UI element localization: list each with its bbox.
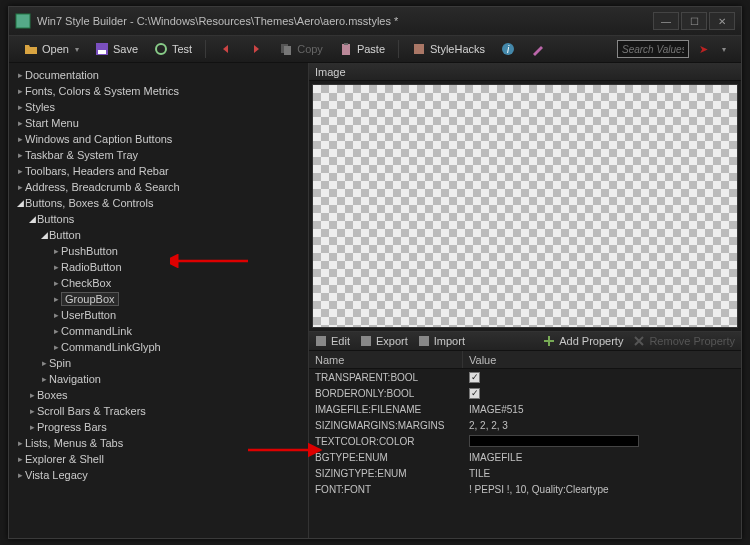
search-input[interactable] <box>617 40 689 58</box>
chevron-right-icon[interactable]: ▸ <box>27 406 37 416</box>
redo-button[interactable] <box>242 39 270 59</box>
chevron-right-icon[interactable]: ▸ <box>15 86 25 96</box>
help-button[interactable]: i <box>494 39 522 59</box>
property-grid[interactable]: TRANSPARENT:BOOL✓BORDERONLY:BOOL✓IMAGEFI… <box>309 369 741 538</box>
checkbox-icon[interactable]: ✓ <box>469 388 480 399</box>
tree-item[interactable]: ▸UserButton <box>9 307 308 323</box>
open-button[interactable]: Open▾ <box>17 39 86 59</box>
import-button[interactable]: Import <box>418 335 465 347</box>
tree-item[interactable]: ▸Windows and Caption Buttons <box>9 131 308 147</box>
undo-button[interactable] <box>212 39 240 59</box>
titlebar[interactable]: Win7 Style Builder - C:\Windows\Resource… <box>9 7 741 35</box>
chevron-down-icon[interactable]: ◢ <box>39 230 49 240</box>
tree-item[interactable]: ◢Button <box>9 227 308 243</box>
tree-item[interactable]: ▸Lists, Menus & Tabs <box>9 435 308 451</box>
property-row[interactable]: IMAGEFILE:FILENAMEIMAGE#515 <box>309 401 741 417</box>
property-row[interactable]: BGTYPE:ENUMIMAGEFILE <box>309 449 741 465</box>
chevron-right-icon[interactable]: ▸ <box>51 262 61 272</box>
tree-item[interactable]: ▸GroupBox <box>9 291 308 307</box>
col-value[interactable]: Value <box>463 351 741 368</box>
tree-item[interactable]: ▸Navigation <box>9 371 308 387</box>
chevron-right-icon[interactable]: ▸ <box>39 374 49 384</box>
tree-item[interactable]: ▸Vista Legacy <box>9 467 308 483</box>
svg-rect-8 <box>414 44 424 54</box>
chevron-right-icon[interactable]: ▸ <box>15 150 25 160</box>
save-button[interactable]: Save <box>88 39 145 59</box>
search-go-button[interactable]: ➤ <box>695 41 711 57</box>
property-value[interactable]: IMAGE#515 <box>463 401 741 417</box>
chevron-right-icon[interactable]: ▸ <box>15 470 25 480</box>
tree-item[interactable]: ▸Progress Bars <box>9 419 308 435</box>
chevron-right-icon[interactable]: ▸ <box>15 102 25 112</box>
chevron-right-icon[interactable]: ▸ <box>27 390 37 400</box>
tree-item[interactable]: ▸Boxes <box>9 387 308 403</box>
tree-item[interactable]: ▸CommandLinkGlyph <box>9 339 308 355</box>
chevron-right-icon[interactable]: ▸ <box>15 438 25 448</box>
edit-button[interactable]: Edit <box>315 335 350 347</box>
property-value[interactable]: ✓ <box>463 385 741 401</box>
wand-button[interactable] <box>524 39 552 59</box>
tree-item[interactable]: ▸Styles <box>9 99 308 115</box>
chevron-right-icon[interactable]: ▸ <box>27 422 37 432</box>
property-value[interactable] <box>463 433 741 449</box>
export-button[interactable]: Export <box>360 335 408 347</box>
tree-item[interactable]: ▸CommandLink <box>9 323 308 339</box>
search-options-button[interactable]: ▾ <box>713 42 733 57</box>
tree-item[interactable]: ▸Documentation <box>9 67 308 83</box>
col-name[interactable]: Name <box>309 351 463 368</box>
color-swatch[interactable] <box>469 435 639 447</box>
image-preview[interactable] <box>312 84 738 328</box>
property-row[interactable]: TRANSPARENT:BOOL✓ <box>309 369 741 385</box>
tree-item[interactable]: ▸Start Menu <box>9 115 308 131</box>
remove-property-button[interactable]: Remove Property <box>633 335 735 347</box>
test-button[interactable]: Test <box>147 39 199 59</box>
property-row[interactable]: SIZINGMARGINS:MARGINS2, 2, 2, 3 <box>309 417 741 433</box>
nav-tree[interactable]: ▸Documentation▸Fonts, Colors & System Me… <box>9 67 308 483</box>
tree-item[interactable]: ▸RadioButton <box>9 259 308 275</box>
tree-item[interactable]: ◢Buttons, Boxes & Controls <box>9 195 308 211</box>
tree-item[interactable]: ▸Spin <box>9 355 308 371</box>
chevron-right-icon[interactable]: ▸ <box>51 326 61 336</box>
tree-item[interactable]: ▸Scroll Bars & Trackers <box>9 403 308 419</box>
paste-button[interactable]: Paste <box>332 39 392 59</box>
tree-item[interactable]: ▸PushButton <box>9 243 308 259</box>
close-button[interactable]: ✕ <box>709 12 735 30</box>
chevron-right-icon[interactable]: ▸ <box>51 246 61 256</box>
property-value[interactable]: IMAGEFILE <box>463 449 741 465</box>
property-value[interactable]: TILE <box>463 465 741 481</box>
tree-item[interactable]: ▸Toolbars, Headers and Rebar <box>9 163 308 179</box>
checkbox-icon[interactable]: ✓ <box>469 372 480 383</box>
chevron-right-icon[interactable]: ▸ <box>39 358 49 368</box>
minimize-button[interactable]: — <box>653 12 679 30</box>
chevron-right-icon[interactable]: ▸ <box>15 70 25 80</box>
add-property-button[interactable]: Add Property <box>543 335 623 347</box>
chevron-right-icon[interactable]: ▸ <box>15 118 25 128</box>
chevron-right-icon[interactable]: ▸ <box>15 166 25 176</box>
chevron-right-icon[interactable]: ▸ <box>51 294 61 304</box>
property-row[interactable]: TEXTCOLOR:COLOR <box>309 433 741 449</box>
tree-item[interactable]: ▸CheckBox <box>9 275 308 291</box>
property-row[interactable]: SIZINGTYPE:ENUMTILE <box>309 465 741 481</box>
chevron-right-icon[interactable]: ▸ <box>15 182 25 192</box>
chevron-right-icon[interactable]: ▸ <box>15 134 25 144</box>
chevron-right-icon[interactable]: ▸ <box>51 342 61 352</box>
stylehacks-button[interactable]: StyleHacks <box>405 39 492 59</box>
copy-button[interactable]: Copy <box>272 39 330 59</box>
property-value[interactable]: ✓ <box>463 369 741 385</box>
property-value[interactable]: ! PEPSI !, 10, Quality:Cleartype <box>463 481 741 497</box>
chevron-down-icon[interactable]: ◢ <box>27 214 37 224</box>
property-value[interactable]: 2, 2, 2, 3 <box>463 417 741 433</box>
chevron-right-icon[interactable]: ▸ <box>51 310 61 320</box>
property-row[interactable]: BORDERONLY:BOOL✓ <box>309 385 741 401</box>
tree-item[interactable]: ▸Taskbar & System Tray <box>9 147 308 163</box>
property-row[interactable]: FONT:FONT! PEPSI !, 10, Quality:Cleartyp… <box>309 481 741 497</box>
tree-item[interactable]: ▸Fonts, Colors & System Metrics <box>9 83 308 99</box>
chevron-right-icon[interactable]: ▸ <box>15 454 25 464</box>
tree-item[interactable]: ▸Explorer & Shell <box>9 451 308 467</box>
maximize-button[interactable]: ☐ <box>681 12 707 30</box>
chevron-right-icon[interactable]: ▸ <box>51 278 61 288</box>
image-panel-header[interactable]: Image <box>309 63 741 81</box>
tree-item[interactable]: ▸Address, Breadcrumb & Search <box>9 179 308 195</box>
tree-item[interactable]: ◢Buttons <box>9 211 308 227</box>
chevron-down-icon[interactable]: ◢ <box>15 198 25 208</box>
